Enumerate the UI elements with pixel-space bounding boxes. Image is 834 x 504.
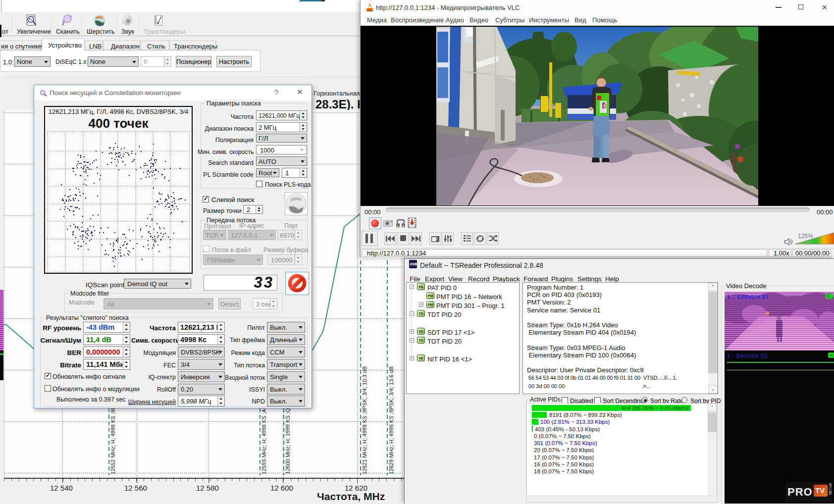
svg-text:B: B	[403, 224, 405, 227]
svg-text:1 – Service 01: 1 – Service 01	[727, 293, 769, 301]
svg-text:h: h	[827, 294, 830, 299]
svg-text:A: A	[397, 224, 399, 227]
